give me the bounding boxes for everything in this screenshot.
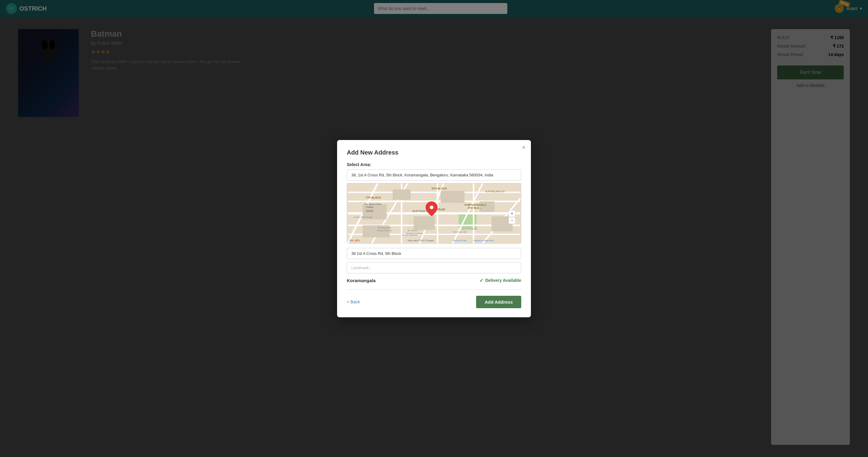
map-container[interactable]: 7TH BLOCK 5TH BLOCK SRI MPURAM Social Th…: [347, 183, 521, 244]
svg-text:St Anthony's: St Anthony's: [378, 226, 391, 229]
svg-text:5TH BLOCK: 5TH BLOCK: [432, 187, 447, 190]
address-search-input[interactable]: [347, 169, 521, 181]
svg-text:Medical College: Medical College: [406, 232, 424, 235]
svg-text:St. John's: St. John's: [408, 229, 418, 232]
svg-text:KATHALIPALYA: KATHALIPALYA: [486, 190, 504, 193]
svg-text:l: l: [357, 239, 358, 242]
back-link[interactable]: < Back: [347, 299, 360, 304]
divider: [347, 289, 521, 290]
delivery-available-badge: ✓ Delivery Available: [479, 278, 521, 283]
landmark-input[interactable]: [347, 262, 521, 273]
svg-rect-17: [414, 216, 435, 230]
delivery-available-label: Delivery Available: [485, 278, 521, 283]
svg-text:7th Cross Rd: 7th Cross Rd: [453, 231, 466, 233]
svg-text:The Black Pearl: The Black Pearl: [364, 203, 381, 205]
map-svg: 7TH BLOCK 5TH BLOCK SRI MPURAM Social Th…: [347, 183, 521, 244]
svg-rect-18: [441, 191, 465, 203]
check-icon: ✓: [479, 278, 484, 283]
area-row: Koramangala ✓ Delivery Available: [347, 278, 521, 283]
svg-rect-16: [393, 189, 410, 200]
modal-overlay: × Add New Address Select Area:: [0, 0, 868, 457]
area-name: Koramangala: [347, 278, 376, 283]
svg-text:−: −: [510, 218, 513, 223]
svg-text:7TH BLOCK: 7TH BLOCK: [366, 196, 381, 199]
svg-text:Friary Church: Friary Church: [377, 229, 392, 232]
add-address-button[interactable]: Add Address: [476, 296, 521, 308]
close-button[interactable]: ×: [522, 144, 525, 150]
svg-text:4TH BLO...: 4TH BLO...: [468, 206, 482, 209]
svg-rect-19: [479, 201, 495, 212]
svg-text:Social: Social: [366, 209, 373, 212]
svg-text:+: +: [510, 210, 513, 216]
svg-text:Report a map error: Report a map error: [474, 239, 494, 242]
modal-footer: < Back Add Address: [347, 296, 521, 308]
svg-text:Hosur Main Road: Hosur Main Road: [354, 216, 373, 218]
svg-text:Truffles: Truffles: [366, 206, 373, 208]
svg-text:Map data ©2017 Google: Map data ©2017 Google: [408, 239, 434, 242]
street-address-input[interactable]: [347, 248, 521, 259]
svg-text:JAKASANDRA: JAKASANDRA: [462, 228, 477, 230]
modal-title: Add New Address: [347, 149, 521, 156]
add-address-modal: × Add New Address Select Area:: [337, 140, 531, 317]
svg-point-54: [430, 205, 433, 209]
svg-text:e: e: [358, 239, 360, 242]
select-area-label: Select Area:: [347, 162, 521, 167]
svg-text:g: g: [355, 239, 357, 242]
svg-text:Terms of Use: Terms of Use: [453, 239, 467, 242]
svg-text:KORAMANGALA: KORAMANGALA: [465, 203, 486, 206]
